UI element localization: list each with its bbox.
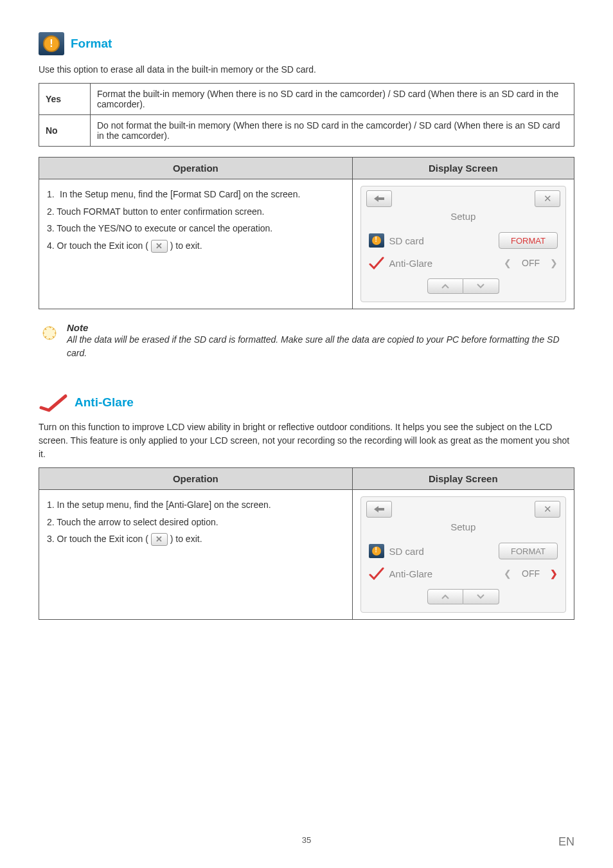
anti-glare-operations: 1. In the setup menu, find the [Anti-Gla… — [47, 496, 344, 548]
note-text: All the data will be erased if the SD ca… — [67, 333, 574, 360]
setup-title: Setup — [366, 211, 560, 222]
close-button[interactable]: ✕ — [535, 190, 560, 207]
note-title: Note — [67, 322, 574, 333]
display-screen-header: Display Screen — [352, 468, 574, 490]
checkmark-icon — [369, 257, 384, 269]
sd-card-icon — [369, 233, 384, 248]
setup-title: Setup — [366, 521, 560, 532]
language-indicator: EN — [558, 835, 574, 849]
format-options-table: Yes Format the built-in memory (When the… — [39, 83, 574, 147]
exit-icon: ✕ — [151, 240, 168, 253]
anti-glare-intro: Turn on this function to improve LCD vie… — [39, 420, 574, 461]
format-no-desc: Do not format the built-in memory (When … — [91, 115, 574, 147]
operation-header: Operation — [39, 158, 353, 179]
arrow-left-icon[interactable]: ❮ — [504, 568, 511, 579]
arrow-right-icon[interactable]: ❯ — [550, 258, 558, 268]
anti-glare-label: Anti-Glare — [389, 258, 433, 269]
arrow-right-icon[interactable]: ❯ — [550, 568, 558, 579]
format-operation-table: Operation Display Screen 1.In the Setup … — [39, 157, 574, 309]
format-yes-desc: Format the built-in memory (When there i… — [91, 84, 574, 115]
scroll-up-button[interactable] — [427, 278, 463, 294]
format-title: Format — [71, 37, 112, 51]
format-no-label: No — [39, 115, 91, 147]
scroll-down-button[interactable] — [463, 589, 499, 604]
off-value: OFF — [522, 258, 540, 268]
off-value: OFF — [522, 568, 540, 579]
page-number: 35 — [0, 835, 613, 845]
scroll-up-button[interactable] — [427, 589, 463, 604]
checkmark-icon — [369, 567, 384, 580]
arrow-left-icon[interactable]: ❮ — [504, 258, 511, 268]
scroll-down-button[interactable] — [463, 278, 499, 294]
format-button[interactable]: FORMAT — [499, 232, 558, 249]
format-yes-label: Yes — [39, 84, 91, 115]
format-intro: Use this option to erase all data in the… — [39, 63, 574, 77]
back-button[interactable] — [366, 501, 392, 518]
anti-glare-icon — [39, 392, 68, 413]
close-button[interactable]: ✕ — [535, 501, 560, 518]
anti-glare-operation-table: Operation Display Screen 1. In the setup… — [39, 467, 574, 620]
back-button[interactable] — [366, 190, 392, 207]
note-icon — [39, 322, 60, 344]
anti-glare-title: Anti-Glare — [75, 395, 134, 410]
sd-card-label: SD card — [389, 235, 424, 246]
operation-header: Operation — [39, 468, 353, 490]
sd-card-icon — [369, 544, 384, 558]
format-display-screen: ✕ Setup SD card FORMAT Anti-Glare — [360, 186, 566, 302]
format-button[interactable]: FORMAT — [499, 543, 558, 559]
display-screen-header: Display Screen — [352, 158, 574, 179]
format-operations: 1.In the Setup menu, find the [Format SD… — [47, 186, 344, 254]
anti-glare-display-screen: ✕ Setup SD card FORMAT Anti-Glare — [360, 496, 566, 613]
sd-card-label: SD card — [389, 546, 424, 557]
exit-icon: ✕ — [151, 533, 168, 546]
format-icon — [39, 32, 64, 55]
anti-glare-label: Anti-Glare — [389, 568, 433, 579]
